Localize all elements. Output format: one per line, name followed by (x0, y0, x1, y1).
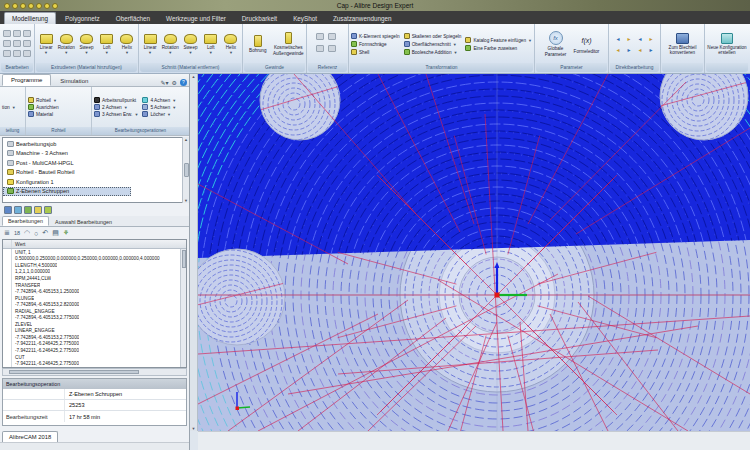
cut-icon[interactable] (3, 40, 11, 47)
draft-button[interactable]: Formschräge (351, 41, 400, 47)
rohteil-button[interactable]: Rohteil ▼ (28, 97, 59, 103)
select-icon[interactable] (3, 50, 11, 57)
extrude-linear-button[interactable]: Linear▼ (37, 34, 55, 53)
edit-icons[interactable] (3, 30, 32, 59)
material-button[interactable]: Material (28, 111, 59, 117)
achsen5-button[interactable]: 5 Achsen ▼ (142, 104, 176, 110)
redo-icon[interactable] (13, 30, 21, 37)
tree-item[interactable]: Maschine - 3 Achsen (3, 149, 186, 159)
resize-face-icon[interactable]: ◂ (613, 45, 623, 55)
delete-icon[interactable] (23, 40, 31, 47)
tab-programme[interactable]: Programme (2, 74, 51, 86)
ribbon-tab[interactable]: Zusatzanwendungen (326, 13, 398, 24)
rotate-face-icon[interactable]: ◂ (635, 34, 645, 44)
measure-icon[interactable] (13, 50, 21, 57)
table-header[interactable]: Wert (3, 240, 186, 249)
tab-simulation[interactable]: Simulation (52, 76, 96, 86)
tree-item[interactable]: Z-Ebenen Schruppen (3, 187, 131, 197)
global-parameters-button[interactable]: fxGlobale Parameter (542, 31, 570, 56)
list-view-icon[interactable]: ≣ (4, 229, 10, 237)
copy-face-icon[interactable]: ▸ (624, 45, 634, 55)
ribbon-tab[interactable]: KeyShot (286, 13, 324, 24)
arbeitsnullpunkt-button[interactable]: Arbeitsnullpunkt (94, 97, 138, 103)
scale-mirror-button[interactable]: Skalieren oder Spiegeln (404, 33, 462, 39)
fixture-icon[interactable] (34, 206, 42, 214)
mirror-feature-button[interactable]: K-Element spiegeln (351, 33, 400, 39)
ref-axis-icon[interactable] (328, 33, 336, 40)
remove-face-icon[interactable]: ▸ (646, 34, 656, 44)
cut-sweep-icon (184, 34, 197, 44)
cut-helix-button[interactable]: Helix▼ (222, 34, 240, 53)
ref-point-icon[interactable] (316, 45, 324, 52)
list-tab[interactable]: Bearbeitungen (2, 216, 49, 226)
gewinde-button[interactable]: Kosmetisches Außengewinde (273, 32, 304, 55)
options-icon[interactable] (23, 50, 31, 57)
achsen4-button[interactable]: 4 Achsen ▼ (142, 97, 176, 103)
ribbon-tab[interactable]: Druckbarkeit (235, 13, 284, 24)
offset-face-icon[interactable]: ▸ (624, 34, 634, 44)
ribbon-tab[interactable]: Oberflächen (109, 13, 157, 24)
tree-item[interactable]: Post - MultiCAM-HPGL (3, 158, 186, 168)
shell-button[interactable]: Shell (351, 49, 400, 55)
ribbon-tab[interactable]: Modellierung (4, 12, 56, 24)
achsen3-button[interactable]: 3 Achsen Erw. ▼ (94, 111, 138, 117)
convert-sheetmetal-button[interactable]: Zum Blechteil konvertieren (663, 33, 702, 55)
undo-move-icon[interactable]: ↶ (42, 229, 48, 237)
table-vscrollbar[interactable] (180, 249, 186, 367)
tree-item[interactable]: Rohteil - Bauteil Rohteil (3, 168, 186, 178)
step-count-icon[interactable]: 18 (14, 230, 20, 236)
ref-csys-icon[interactable] (328, 45, 336, 52)
help-icon[interactable]: ? (180, 79, 187, 86)
panel-scroll-strip[interactable]: ▲▼ (190, 74, 198, 431)
ribbon-tab[interactable]: Polygonnetz (58, 13, 107, 24)
cut-sweep-button[interactable]: Sweep▼ (181, 34, 199, 53)
bohrung-button[interactable]: Bohrung (245, 35, 271, 53)
patch-face-icon[interactable]: ▸ (646, 45, 656, 55)
ausrichten-button[interactable]: Ausrichten (28, 104, 59, 110)
new-configuration-button[interactable]: Neue Konfiguration erstellen (707, 33, 747, 55)
extrude-sweep-button[interactable]: Sweep▼ (77, 34, 95, 53)
simulate-icon[interactable] (44, 206, 52, 214)
ribbon-tab[interactable]: Werkzeuge und Filter (159, 13, 233, 24)
achsen2-button[interactable]: 2 Achsen ▼ (94, 104, 138, 110)
list-tab[interactable]: Auswahl Bearbeitungen (50, 218, 117, 226)
cut-loft-button[interactable]: Loft▼ (202, 34, 220, 53)
extrude-loft-button[interactable]: Loft▼ (98, 34, 116, 53)
copy-icon[interactable] (23, 30, 31, 37)
table-row[interactable]: 0.500000,0.250000,0.000000,0.250000,0.00… (3, 256, 186, 263)
post-icon[interactable] (14, 206, 22, 214)
boolean-add-button[interactable]: Boolesche Addition ▼ (404, 49, 462, 55)
cut-rotation-button[interactable]: Rotation▼ (161, 34, 179, 53)
edit-dropdown-icon[interactable]: ✎▾ (161, 79, 169, 86)
tree-refresh-icon[interactable]: ⚘ (63, 229, 69, 237)
undo-icon[interactable] (3, 30, 11, 37)
cut-linear-button[interactable]: Linear▼ (141, 34, 159, 53)
machine-icon[interactable] (4, 206, 12, 214)
tree-item[interactable]: Konfiguration 1 (3, 177, 186, 187)
table-hscrollbar[interactable] (2, 368, 187, 376)
tree-item[interactable]: Bearbeitungsjob (3, 139, 186, 149)
alibrecam-tab[interactable]: AlibreCAM 2018 (2, 431, 58, 442)
table-row[interactable]: -7.942211,-6.246425,2.775000 (3, 360, 186, 367)
assign-color-button[interactable]: Eine Farbe zuweisen (465, 45, 532, 51)
move-face-icon[interactable]: ◂ (613, 34, 623, 44)
formula-editor-button[interactable]: f(x)Formeleditor (572, 34, 602, 54)
circle-icon[interactable]: ○ (34, 230, 38, 237)
surface-cut-button[interactable]: Oberflächenschnitt ▼ (404, 41, 462, 47)
extrude-helix-button[interactable]: Helix▼ (118, 34, 136, 53)
direct-edit-icons[interactable]: ◂▸ ◂▸ ◂▸ ◂▸ (613, 34, 656, 55)
save-list-icon[interactable]: ▤ (52, 229, 59, 237)
ref-plane-icon[interactable] (316, 33, 324, 40)
stock-small-icon[interactable] (24, 206, 32, 214)
loecher-button[interactable]: Löcher ▼ (142, 111, 176, 117)
tree-scrollbar[interactable]: ▲▼ (182, 137, 189, 203)
arc-icon[interactable]: ◠ (24, 229, 30, 237)
clipped-button[interactable]: tion ▼ (2, 105, 16, 110)
reference-icons[interactable] (316, 33, 339, 56)
paste-icon[interactable] (13, 40, 21, 47)
replace-face-icon[interactable]: ◂ (635, 45, 645, 55)
catalog-feature-button[interactable]: Katalog Feature einfügen ▼ (465, 37, 532, 43)
extrude-rotation-button[interactable]: Rotation▼ (57, 34, 75, 53)
3d-viewport[interactable] (198, 74, 750, 431)
gear-icon[interactable]: ⚙ (172, 79, 177, 86)
